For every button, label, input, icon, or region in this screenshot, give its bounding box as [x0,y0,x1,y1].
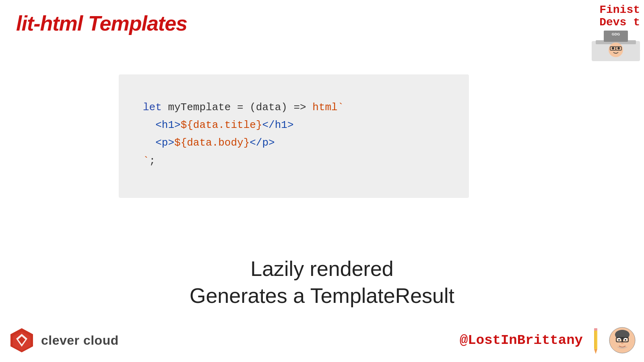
svg-point-29 [621,342,623,344]
bottom-left-brand: clever cloud [8,327,119,354]
svg-text:GDG: GDG [612,32,620,36]
svg-point-21 [629,337,633,343]
code-block-container: let myTemplate = (data) => html` <h1>${d… [119,74,469,198]
clever-cloud-text: clever cloud [41,333,119,348]
svg-point-4 [612,47,614,49]
clever-cloud-logo-icon [8,327,35,354]
caption-line-2: Generates a TemplateResult [0,282,644,310]
avatar-icon [609,327,636,354]
svg-rect-16 [594,328,597,331]
top-right-brand: Finist Devs t GDG [592,4,640,61]
svg-point-5 [617,47,620,49]
slide-title: lit-html Templates [16,11,187,35]
gdg-logo-icon: GDG [592,29,640,61]
pencil-icon [588,327,603,354]
caption-line-1: Lazily rendered [0,255,644,283]
caption-area: Lazily rendered Generates a TemplateResu… [0,255,644,310]
svg-point-25 [625,339,626,341]
svg-point-24 [618,339,620,341]
svg-rect-14 [594,330,597,349]
finist-devs-text: Finist Devs t [599,4,640,29]
svg-marker-15 [594,349,597,354]
bottom-right-brand: @LostInBrittany [460,327,636,354]
svg-point-20 [611,337,615,343]
code-block: let myTemplate = (data) => html` <h1>${d… [143,99,445,170]
twitter-handle: @LostInBrittany [460,333,583,348]
